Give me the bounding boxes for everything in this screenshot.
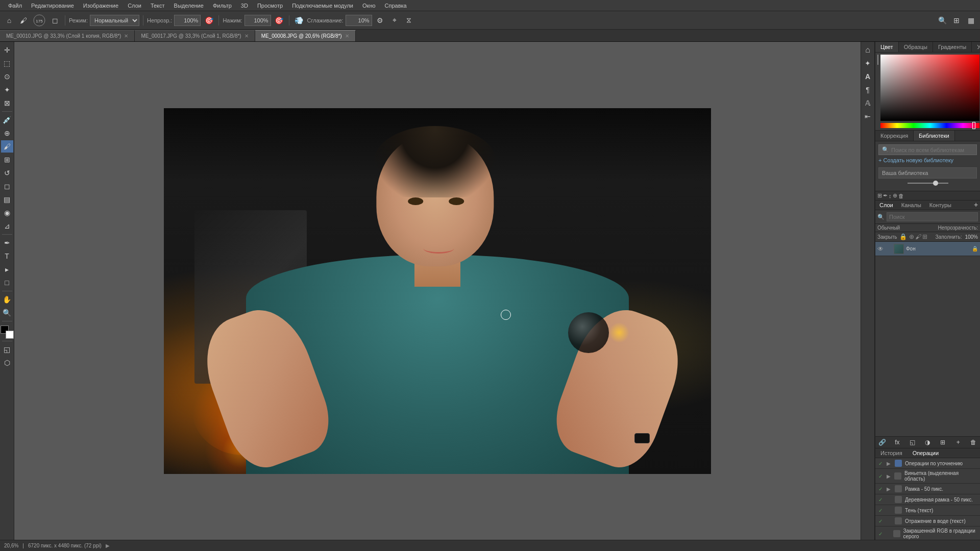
float-paragraph-btn[interactable]: ¶ [862,84,874,96]
tool-screen-mode[interactable]: ⬡ [1,357,13,369]
tab-color[interactable]: Цвет [875,42,899,52]
tool-history-brush[interactable]: ↺ [1,167,13,179]
layers-icon-4[interactable]: ⊕ [893,192,897,199]
search-top-btn[interactable]: 🔍 [936,14,948,27]
layer-group-btn[interactable]: ⊞ [938,438,947,447]
status-info-btn[interactable]: ▶ [106,543,110,548]
layer-adjustment-btn[interactable]: ◑ [923,438,932,447]
settings-btn[interactable]: ⚙ [374,14,386,27]
lock-icon-tool[interactable]: 🔒 [899,233,907,240]
tool-heal[interactable]: ⊕ [1,127,13,139]
active-color-swatch[interactable] [877,55,878,65]
layers-icon-1[interactable]: ⊞ [877,192,882,199]
toolbar-brush-btn[interactable]: 🖌 [17,14,30,27]
tool-clone[interactable]: ⊞ [1,154,13,166]
tab-swatches[interactable]: Образцы [899,42,933,52]
airbrush-btn[interactable]: 💨 [293,14,305,27]
angle-btn[interactable]: ⌖ [388,14,401,27]
tool-blur[interactable]: ◉ [1,207,13,219]
slider-handle[interactable] [933,181,938,186]
tool-lasso[interactable]: ⊙ [1,70,13,83]
history-item-5[interactable]: ✓ Отражение в воде (текст) [875,516,980,527]
opacity-input[interactable] [174,15,201,26]
history-item-4[interactable]: ✓ Тень (текст) [875,505,980,516]
tab-close-1[interactable]: ✕ [244,34,249,39]
menu-plugins[interactable]: Подключаемые модули [288,2,357,10]
tab-close-2[interactable]: ✕ [345,34,349,39]
menu-window[interactable]: Окно [358,2,380,10]
menu-image[interactable]: Изображение [79,2,122,10]
color-gradient-picker[interactable] [880,55,979,121]
expand-0[interactable]: ▶ [887,461,892,466]
tool-brush[interactable]: 🖌 [1,140,13,153]
symmetry-btn[interactable]: ⧖ [403,14,415,27]
menu-select[interactable]: Выделение [170,2,208,10]
layers-icon-2[interactable]: ✒ [883,192,888,199]
background-color[interactable] [6,331,14,339]
tab-history[interactable]: История [875,448,908,458]
menu-text[interactable]: Текст [146,2,169,10]
brush-icon-tool[interactable]: 🖌 [915,233,921,240]
float-sun-btn[interactable]: ✦ [862,57,874,69]
smoothing-input[interactable] [346,15,372,26]
library-search-input[interactable] [891,147,973,153]
tab-paths[interactable]: Контуры [925,201,955,210]
expand-2[interactable]: ▶ [887,486,892,492]
float-home-btn[interactable]: ⌂ [862,44,874,56]
tool-shape[interactable]: □ [1,277,13,289]
canvas-area[interactable] [14,42,861,540]
tool-eraser[interactable]: ◻ [1,180,13,192]
history-item-0[interactable]: ✓ ▶ Операции по уточнению [875,458,980,469]
tool-path-select[interactable]: ▸ [1,263,13,276]
tool-move[interactable]: ✛ [1,44,13,56]
tool-eyedropper[interactable]: 💉 [1,114,13,126]
opacity-picker-btn[interactable]: 🎯 [203,14,215,27]
tool-dodge[interactable]: ⊿ [1,220,13,232]
tool-mask[interactable]: ◱ [1,343,13,356]
create-library-btn[interactable]: + Создать новую библиотеку [878,155,977,165]
layer-delete-btn[interactable]: 🗑 [969,438,978,447]
float-indent-btn[interactable]: ⇤ [862,110,874,122]
color-hue-bar[interactable] [880,123,979,128]
float-text-btn-a[interactable]: A [862,70,874,83]
toolbar-brush-shape-btn[interactable]: ◻ [49,14,61,27]
menu-filter[interactable]: Фильтр [209,2,236,10]
tab-layers[interactable]: Слои [875,201,897,210]
mode-select[interactable]: Нормальный [90,15,139,26]
float-text-btn-a2[interactable]: 𝔸 [862,97,874,109]
tool-crop[interactable]: ⊠ [1,97,13,109]
color-swatches[interactable] [1,325,14,339]
layer-new-btn[interactable]: + [953,438,963,447]
tab-me17[interactable]: ME_00017.JPG @ 33,3% (Слой 1, RGB/8*) ✕ [135,30,255,41]
menu-file[interactable]: Файл [4,2,26,10]
menu-view[interactable]: Просмотр [253,2,287,10]
tab-operations[interactable]: Операции [908,448,944,458]
add-layer-btn[interactable]: + [972,201,980,209]
tab-close-0[interactable]: ✕ [124,34,128,39]
tool-hand[interactable]: ✋ [1,293,13,306]
tab-gradients[interactable]: Градиенты [933,42,972,52]
flow-picker-btn[interactable]: 🎯 [273,14,285,27]
arrange-btn[interactable]: ▦ [965,14,977,27]
tool-gradient[interactable]: ▤ [1,193,13,206]
history-item-6[interactable]: ✓ Закрашенной RGB в градации серого [875,527,980,540]
layers-search-input[interactable] [887,212,978,221]
slider-track[interactable] [908,183,948,184]
tool-text[interactable]: T [1,250,13,262]
tool-marquee[interactable]: ⬚ [1,57,13,69]
tab-patterns[interactable]: Узоры [972,42,980,52]
move-icon-tool[interactable]: ⊕ [909,233,914,240]
tool-pen[interactable]: ✒ [1,237,13,249]
library-search-box[interactable]: 🔍 [878,144,977,155]
flow-input[interactable] [244,15,271,26]
layer-vis-icon[interactable]: 👁 [877,245,885,253]
history-item-2[interactable]: ✓ ▶ Рамка - 50 пикс. [875,484,980,494]
layer-link-btn[interactable]: 🔗 [877,438,887,447]
history-item-1[interactable]: ✓ ▶ Виньетка (выделенная область) [875,469,980,484]
tab-correction[interactable]: Коррекция [875,131,914,141]
layer-mask-btn[interactable]: ◱ [908,438,917,447]
layers-icon-3[interactable]: ↕ [889,193,892,199]
tab-me10[interactable]: ME_00010.JPG @ 33,3% (Слой 1 копия, RGB/… [0,30,135,41]
zoom-top-btn[interactable]: ⊞ [950,14,963,27]
expand-1[interactable]: ▶ [887,473,892,479]
